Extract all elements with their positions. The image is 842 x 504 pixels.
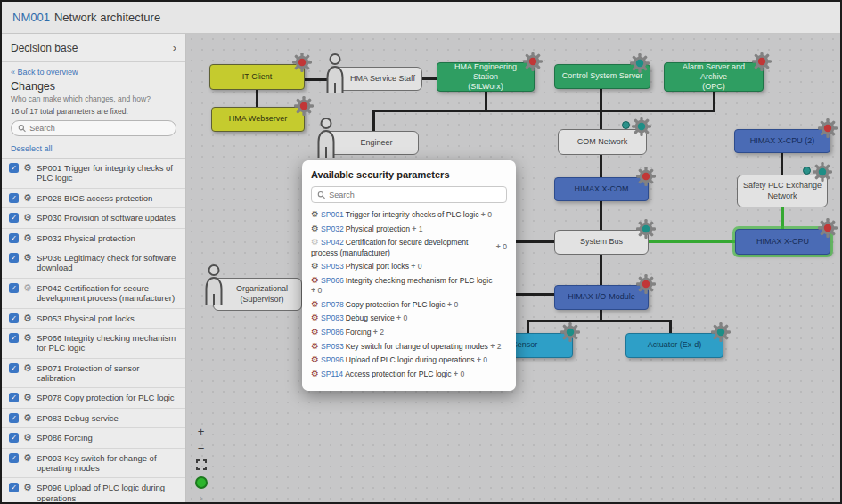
gear-icon: ⚙ — [23, 333, 32, 343]
popup-search-input[interactable] — [329, 191, 501, 199]
zoom-out-button[interactable]: − — [194, 443, 208, 455]
edge — [372, 110, 375, 133]
popup-param-sp032[interactable]: ⚙SP032Physical protection + 1 — [311, 224, 507, 234]
edge-green — [781, 207, 784, 230]
gear-icon: ⚙ — [311, 224, 319, 233]
security-gear-badge[interactable] — [636, 167, 656, 186]
sidebar-item-sp086[interactable]: ✓⚙SP086 Forcing — [2, 428, 185, 448]
popup-param-sp053[interactable]: ⚙SP053Physical port locks + 0 — [311, 261, 507, 272]
gear-icon: ⚙ — [311, 209, 319, 219]
gear-icon: ⚙ — [311, 354, 319, 364]
sidebar-item-sp001[interactable]: ✓⚙SP001 Trigger for integrity checks of … — [2, 159, 185, 189]
checkbox-checked-icon[interactable]: ✓ — [9, 213, 19, 223]
node-himax-xcom[interactable]: HIMAX X-COM — [554, 177, 649, 201]
security-gear-badge[interactable] — [632, 117, 651, 136]
gear-icon: ⚙ — [311, 237, 319, 247]
popup-param-sp066[interactable]: ⚙SP066Integrity checking mechanism for P… — [311, 275, 507, 296]
checkbox-checked-icon[interactable]: ✓ — [9, 313, 19, 323]
decision-base-row[interactable]: Decision base › — [2, 34, 185, 62]
fit-to-screen-button[interactable] — [194, 459, 208, 472]
sidebar-item-sp032[interactable]: ✓⚙SP032 Physical protection — [2, 229, 185, 248]
checkbox-checked-icon[interactable]: ✓ — [9, 483, 19, 492]
sidebar-item-sp030[interactable]: ✓⚙SP030 Provision of software updates — [2, 208, 185, 228]
security-gear-badge[interactable] — [523, 52, 543, 71]
gear-icon: ⚙ — [311, 341, 319, 351]
checkbox-checked-icon[interactable]: ✓ — [9, 363, 19, 373]
back-to-overview-link[interactable]: « Back to overview — [11, 68, 176, 77]
node-system-bus[interactable]: System Bus — [554, 230, 649, 255]
plus-icon: + — [477, 355, 481, 364]
security-gear-badge[interactable] — [818, 218, 838, 238]
node-actuator[interactable]: Actuator (Ex-d) — [625, 333, 723, 358]
checkbox-checked-icon[interactable]: ✓ — [9, 163, 19, 173]
sidebar-item-sp096[interactable]: ✓⚙SP096 Upload of PLC logic during opera… — [2, 478, 185, 502]
node-it-client[interactable]: IT Client — [209, 64, 305, 90]
popup-param-sp001[interactable]: ⚙SP001Trigger for integrity checks of PL… — [311, 209, 507, 220]
edge — [713, 91, 715, 112]
gear-icon: ⚙ — [23, 393, 32, 402]
security-gear-badge[interactable] — [752, 52, 772, 71]
security-gear-badge[interactable] — [636, 219, 656, 239]
checkbox-checked-icon[interactable]: ✓ — [9, 193, 19, 203]
edge — [600, 254, 602, 286]
sidebar-item-sp093[interactable]: ✓⚙SP093 Key switch for change of operati… — [2, 449, 185, 479]
popup-param-sp078[interactable]: ⚙SP078Copy protection for PLC logic + 0 — [311, 299, 507, 310]
sidebar-item-sp028[interactable]: ✓⚙SP028 BIOS access protection — [2, 189, 185, 208]
checkbox-checked-icon[interactable]: ✓ — [9, 433, 19, 443]
checkbox-checked-icon[interactable]: ✓ — [9, 253, 19, 263]
sidebar-item-sp042[interactable]: ✓⚙SP042 Certification for secure develop… — [2, 279, 185, 309]
security-gear-badge[interactable] — [711, 322, 731, 342]
sidebar-search-input[interactable] — [29, 124, 169, 133]
node-hma-webserver[interactable]: HMA Webserver — [211, 107, 305, 132]
sidebar-item-sp066[interactable]: ✓⚙SP066 Integrity checking mechanism for… — [2, 329, 185, 359]
popup-param-sp083[interactable]: ⚙SP083Debug service + 0 — [311, 313, 507, 323]
popup-search[interactable] — [311, 186, 507, 203]
node-hma-engineering-station[interactable]: HMA Engineering Station(SILWorx) — [437, 62, 535, 92]
security-gear-badge[interactable] — [560, 322, 580, 342]
gear-icon: ⚙ — [23, 253, 32, 263]
security-gear-badge[interactable] — [294, 96, 314, 116]
security-gear-badge[interactable] — [636, 274, 656, 294]
popup-param-sp096[interactable]: ⚙SP096Upload of PLC logic during operati… — [311, 354, 507, 365]
node-organizational[interactable]: Organizational(Supervisor) — [213, 278, 302, 311]
node-himax-xcpu[interactable]: HIMAX X-CPU — [735, 229, 830, 255]
popup-param-sp086[interactable]: ⚙SP086Forcing + 2 — [311, 327, 507, 337]
node-himax-io-module[interactable]: HIMAX I/O-Module — [554, 285, 649, 310]
search-icon — [317, 191, 325, 199]
popup-param-sp042[interactable]: ⚙SP042Certification for secure developme… — [311, 237, 507, 257]
checkbox-checked-icon[interactable]: ✓ — [9, 453, 19, 463]
popup-param-sp114[interactable]: ⚙SP114Access protection for PLC logic + … — [311, 369, 507, 379]
sidebar-item-sp083[interactable]: ✓⚙SP083 Debug service — [2, 409, 185, 428]
checkbox-checked-icon[interactable]: ✓ — [9, 233, 19, 243]
node-hma-service-staff[interactable]: HMA Service Staff — [334, 67, 422, 91]
sidebar-item-sp036[interactable]: ✓⚙SP036 Legitimacy check for software do… — [2, 248, 185, 279]
gear-icon: ⚙ — [311, 261, 319, 271]
security-gear-badge[interactable] — [818, 118, 838, 138]
gear-icon: ⚙ — [23, 233, 32, 243]
sidebar-item-sp071[interactable]: ✓⚙SP071 Protection of sensor calibration — [2, 359, 185, 389]
checkbox-checked-icon[interactable]: ✓ — [9, 413, 19, 423]
popup-title: Available security parameters — [311, 169, 507, 180]
edge-green — [648, 240, 737, 243]
person-icon — [202, 264, 225, 305]
checkbox-checked-icon[interactable]: ✓ — [9, 333, 19, 343]
security-gear-badge[interactable] — [630, 53, 650, 73]
status-indicator-button[interactable] — [195, 476, 208, 489]
popup-param-sp093[interactable]: ⚙SP093Key switch for change of operating… — [311, 341, 507, 352]
checkbox-checked-icon[interactable]: ✓ — [9, 283, 19, 293]
node-himax-xcpu-2[interactable]: HIMAX X-CPU (2) — [734, 129, 830, 153]
node-engineer[interactable]: Engineer — [325, 131, 419, 155]
sidebar-item-sp053[interactable]: ✓⚙SP053 Physical port locks — [2, 309, 185, 329]
zoom-in-button[interactable]: + — [194, 426, 208, 438]
security-gear-badge[interactable] — [813, 162, 832, 182]
node-alarm-server[interactable]: Alarm Server and Archive(OPC) — [664, 62, 764, 92]
checkbox-checked-icon[interactable]: ✓ — [9, 393, 19, 402]
edge — [600, 88, 602, 130]
changes-subtitle: Who can make which changes, and how? — [11, 94, 176, 103]
sidebar-search[interactable] — [11, 120, 176, 136]
expand-icon[interactable]: › — [200, 493, 202, 503]
security-gear-badge[interactable] — [292, 53, 312, 72]
deselect-all-link[interactable]: Deselect all — [2, 144, 185, 158]
diagram-canvas[interactable]: IT Client HMA Service Staff HMA Engineer… — [186, 34, 840, 502]
sidebar-item-sp078[interactable]: ✓⚙SP078 Copy protection for PLC logic — [2, 388, 185, 408]
